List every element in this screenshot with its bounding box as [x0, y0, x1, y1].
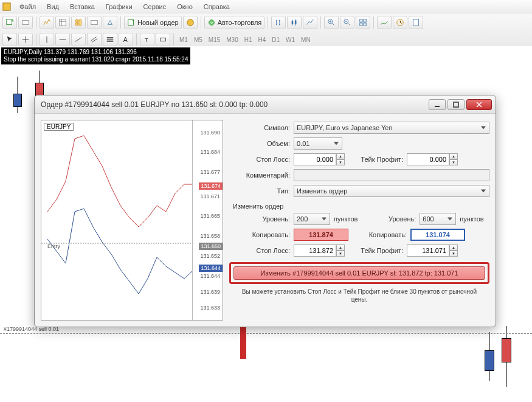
- svg-rect-16: [364, 23, 366, 26]
- final-tp-field[interactable]: [407, 244, 449, 257]
- tf-w1[interactable]: W1: [283, 36, 297, 43]
- vline-button[interactable]: [40, 33, 54, 46]
- menu-help[interactable]: Справка: [199, 2, 235, 12]
- y-tick: 131.677: [200, 169, 220, 175]
- data-window-button[interactable]: [55, 16, 70, 29]
- line-chart-button[interactable]: [303, 16, 317, 29]
- spin-up-icon[interactable]: ▲: [336, 244, 345, 251]
- spin-up-icon[interactable]: ▲: [336, 153, 345, 159]
- tick-chart: EURJPY Entry 131.690 131.684 131.677 131…: [41, 120, 223, 321]
- points-label-sl: пунктов: [334, 215, 358, 223]
- zoom-in-button[interactable]: [324, 16, 339, 29]
- spin-down-icon[interactable]: ▼: [449, 159, 458, 165]
- final-sl-input[interactable]: ▲▼: [294, 244, 345, 257]
- copy-sl-button[interactable]: 131.874: [294, 229, 348, 241]
- level-tp-value: 600: [423, 215, 434, 223]
- profiles-button[interactable]: [18, 16, 33, 29]
- volume-select[interactable]: 0.01: [294, 137, 342, 150]
- spin-down-icon[interactable]: ▼: [449, 251, 458, 257]
- tf-h1[interactable]: H1: [242, 36, 255, 43]
- symbol-select[interactable]: EURJPY, Euro vs Japanese Yen: [294, 122, 489, 134]
- text-button[interactable]: A: [119, 33, 133, 46]
- menu-file[interactable]: Файл: [15, 2, 41, 12]
- level-tp-select[interactable]: 600: [420, 213, 456, 225]
- label-tp: Тейк Профит:: [348, 156, 403, 163]
- volume-value: 0.01: [297, 140, 309, 147]
- indicators-button[interactable]: [377, 16, 392, 29]
- tf-h4[interactable]: H4: [256, 36, 269, 43]
- tf-mn[interactable]: MN: [299, 36, 313, 43]
- svg-rect-14: [364, 19, 366, 22]
- menu-bar: Файл Вид Вставка Графики Сервис Окно Спр…: [0, 0, 532, 13]
- y-tick: 131.665: [200, 213, 220, 219]
- menu-view[interactable]: Вид: [42, 2, 64, 12]
- tp-input[interactable]: ▲▼: [407, 153, 458, 165]
- candle-chart-button[interactable]: [287, 16, 302, 29]
- maximize-button[interactable]: [447, 99, 465, 110]
- modify-section-header: Изменить ордер: [229, 199, 489, 211]
- new-chart-button[interactable]: +: [2, 16, 17, 29]
- tile-windows-button[interactable]: [356, 16, 370, 29]
- objects-button[interactable]: [156, 33, 170, 46]
- hline-button[interactable]: [55, 33, 70, 46]
- tp-field[interactable]: [407, 153, 449, 165]
- channel-button[interactable]: [87, 33, 102, 46]
- terminal-button[interactable]: [87, 16, 102, 29]
- svg-text:+: +: [12, 18, 14, 24]
- tf-m1[interactable]: M1: [177, 36, 190, 43]
- navigator-button[interactable]: [71, 16, 86, 29]
- text-label-button[interactable]: T: [140, 33, 154, 46]
- modify-order-button[interactable]: Изменить #1799914044 sell 0.01 EURJPY sl…: [233, 266, 485, 280]
- label-final-sl: Стоп Лосс:: [229, 247, 290, 254]
- tf-m30[interactable]: M30: [224, 36, 240, 43]
- tf-m15[interactable]: M15: [206, 36, 223, 43]
- label-copy-sl: Копировать:: [229, 231, 290, 238]
- menu-insert[interactable]: Вставка: [65, 2, 100, 12]
- spin-up-icon[interactable]: ▲: [449, 153, 458, 159]
- sl-field[interactable]: [294, 153, 336, 165]
- bar-chart-button[interactable]: [271, 16, 286, 29]
- candle: [485, 332, 494, 381]
- type-select[interactable]: Изменить ордер: [294, 185, 489, 197]
- order-dialog: Ордер #1799914044 sell 0.01 EURJPY по 13…: [34, 95, 496, 327]
- modify-highlight: Изменить #1799914044 sell 0.01 EURJPY sl…: [229, 262, 489, 284]
- metaquotes-button[interactable]: [183, 16, 198, 29]
- cursor-button[interactable]: [2, 33, 17, 46]
- copy-tp-button[interactable]: 131.074: [410, 229, 465, 241]
- minimize-button[interactable]: [429, 99, 446, 110]
- svg-text:T: T: [145, 36, 148, 43]
- tester-button[interactable]: [103, 16, 117, 29]
- y-tick: 131.633: [200, 305, 220, 311]
- new-order-button[interactable]: + Новый ордер: [124, 16, 182, 29]
- trendline-button[interactable]: [71, 33, 86, 46]
- modify-note: Вы можете установить Стоп Лосс и Тейк Пр…: [229, 284, 489, 305]
- tf-m5[interactable]: M5: [192, 36, 205, 43]
- zoom-out-button[interactable]: [340, 16, 354, 29]
- comment-field[interactable]: [294, 169, 489, 181]
- spin-up-icon[interactable]: ▲: [449, 244, 458, 251]
- crosshair-button[interactable]: [18, 33, 33, 46]
- dialog-titlebar[interactable]: Ордер #1799914044 sell 0.01 EURJPY по 13…: [35, 95, 496, 114]
- tick-lines: Entry: [41, 120, 193, 321]
- svg-rect-15: [360, 23, 362, 26]
- spin-down-icon[interactable]: ▼: [336, 159, 345, 165]
- sl-input[interactable]: ▲▼: [294, 153, 345, 165]
- close-button[interactable]: [466, 99, 492, 110]
- fibo-button[interactable]: [103, 33, 117, 46]
- menu-service[interactable]: Сервис: [139, 2, 171, 12]
- menu-window[interactable]: Окно: [172, 2, 198, 12]
- periodicity-button[interactable]: [393, 16, 407, 29]
- y-tick: 131.639: [200, 289, 220, 295]
- final-tp-input[interactable]: ▲▼: [407, 244, 458, 257]
- candle: [502, 326, 511, 387]
- spin-down-icon[interactable]: ▼: [336, 251, 345, 257]
- label-comment: Комментарий:: [229, 172, 290, 179]
- menu-charts[interactable]: Графики: [101, 2, 137, 12]
- y-tick: 131.652: [200, 253, 220, 259]
- auto-trade-button[interactable]: Авто-торговля: [204, 16, 265, 29]
- tf-d1[interactable]: D1: [269, 36, 282, 43]
- templates-button[interactable]: [409, 16, 423, 29]
- final-sl-field[interactable]: [294, 244, 336, 257]
- level-sl-select[interactable]: 200: [294, 213, 330, 225]
- market-watch-button[interactable]: [40, 16, 54, 29]
